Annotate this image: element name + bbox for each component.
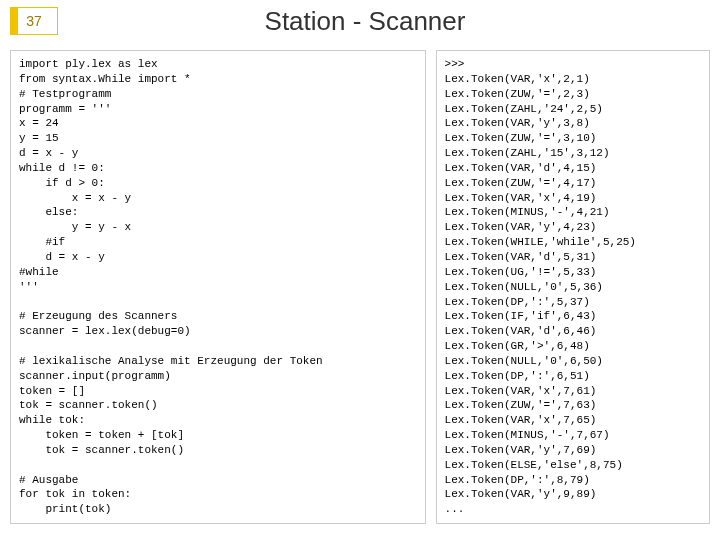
slide-number: 37 bbox=[26, 13, 42, 29]
slide-header: 37 Station - Scanner bbox=[0, 0, 720, 42]
slide-body: import ply.lex as lex from syntax.While … bbox=[0, 42, 720, 534]
slide-title: Station - Scanner bbox=[58, 6, 672, 37]
code-pane: import ply.lex as lex from syntax.While … bbox=[10, 50, 426, 524]
slide-number-box: 37 bbox=[10, 7, 58, 35]
output-pane: >>> Lex.Token(VAR,'x',2,1) Lex.Token(ZUW… bbox=[436, 50, 710, 524]
